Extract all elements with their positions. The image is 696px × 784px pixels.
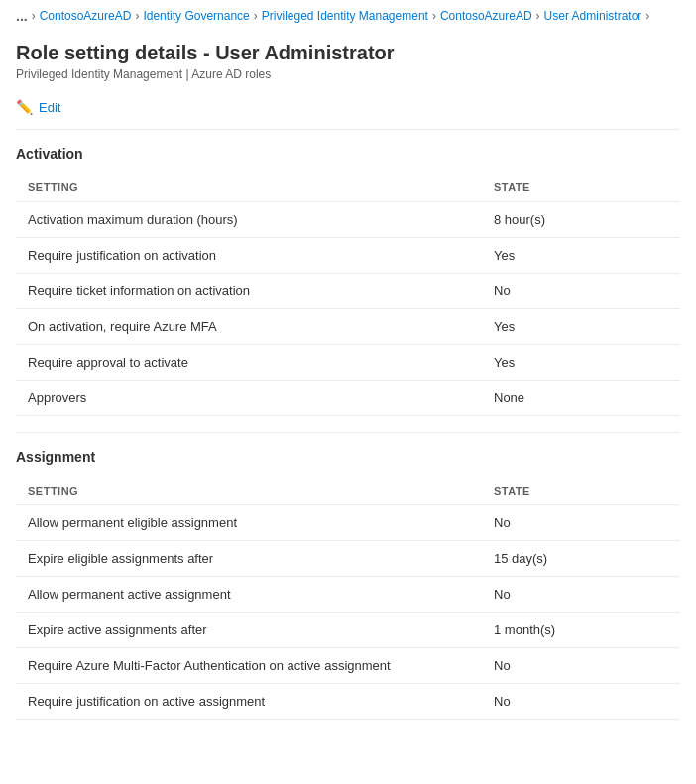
breadcrumb-item-pim[interactable]: Privileged Identity Management	[262, 9, 428, 23]
activation-state-2: No	[482, 274, 680, 309]
activation-col-state: STATE	[482, 173, 680, 202]
table-row: Require approval to activate Yes	[16, 345, 680, 381]
activation-setting-4: Require approval to activate	[16, 345, 482, 381]
edit-button[interactable]: ✏️ Edit	[16, 95, 60, 119]
activation-section: Activation SETTING STATE Activation maxi…	[0, 130, 696, 424]
breadcrumb-dots: ...	[16, 8, 28, 24]
breadcrumb-item-contoso[interactable]: ContosoAzureAD	[40, 9, 132, 23]
assignment-section: Assignment SETTING STATE Allow permanent…	[0, 433, 696, 728]
table-row: Approvers None	[16, 381, 680, 416]
assignment-table: SETTING STATE Allow permanent eligible a…	[16, 477, 680, 720]
activation-state-4: Yes	[482, 345, 680, 381]
table-row: Expire active assignments after 1 month(…	[16, 613, 680, 648]
breadcrumb-item-identity-governance[interactable]: Identity Governance	[143, 9, 249, 23]
assignment-col-state: STATE	[482, 477, 680, 505]
activation-table: SETTING STATE Activation maximum duratio…	[16, 173, 680, 416]
activation-setting-2: Require ticket information on activation	[16, 274, 482, 309]
assignment-setting-5: Require justification on active assignme…	[16, 684, 482, 720]
assignment-state-1: 15 day(s)	[482, 541, 680, 577]
table-row: Allow permanent eligible assignment No	[16, 505, 680, 541]
table-row: Require justification on active assignme…	[16, 684, 680, 720]
breadcrumb-item-user-admin[interactable]: User Administrator	[544, 9, 642, 23]
table-row: Require ticket information on activation…	[16, 274, 680, 309]
page-header: Role setting details - User Administrato…	[0, 32, 696, 85]
edit-icon: ✏️	[16, 99, 33, 115]
assignment-setting-3: Expire active assignments after	[16, 613, 482, 648]
table-row: Allow permanent active assignment No	[16, 577, 680, 613]
activation-col-setting: SETTING	[16, 173, 482, 202]
assignment-setting-2: Allow permanent active assignment	[16, 577, 482, 613]
table-row: Require Azure Multi-Factor Authenticatio…	[16, 648, 680, 684]
activation-state-5: None	[482, 381, 680, 416]
activation-setting-5: Approvers	[16, 381, 482, 416]
assignment-state-0: No	[482, 505, 680, 541]
activation-setting-0: Activation maximum duration (hours)	[16, 202, 482, 238]
page-subtitle: Privileged Identity Management | Azure A…	[16, 67, 680, 81]
assignment-setting-4: Require Azure Multi-Factor Authenticatio…	[16, 648, 482, 684]
activation-setting-3: On activation, require Azure MFA	[16, 309, 482, 345]
activation-title: Activation	[16, 146, 680, 162]
page-title: Role setting details - User Administrato…	[16, 40, 680, 65]
table-row: On activation, require Azure MFA Yes	[16, 309, 680, 345]
assignment-state-2: No	[482, 577, 680, 613]
table-row: Activation maximum duration (hours) 8 ho…	[16, 202, 680, 238]
assignment-setting-1: Expire eligible assignments after	[16, 541, 482, 577]
edit-label: Edit	[39, 100, 60, 115]
activation-state-0: 8 hour(s)	[482, 202, 680, 238]
assignment-title: Assignment	[16, 449, 680, 465]
assignment-setting-0: Allow permanent eligible assignment	[16, 505, 482, 541]
table-row: Expire eligible assignments after 15 day…	[16, 541, 680, 577]
assignment-state-3: 1 month(s)	[482, 613, 680, 648]
table-row: Require justification on activation Yes	[16, 238, 680, 274]
toolbar: ✏️ Edit	[0, 85, 696, 129]
breadcrumb: ... › ContosoAzureAD › Identity Governan…	[0, 0, 696, 32]
assignment-state-4: No	[482, 648, 680, 684]
breadcrumb-item-contoso2[interactable]: ContosoAzureAD	[440, 9, 532, 23]
activation-setting-1: Require justification on activation	[16, 238, 482, 274]
assignment-state-5: No	[482, 684, 680, 720]
activation-state-1: Yes	[482, 238, 680, 274]
assignment-col-setting: SETTING	[16, 477, 482, 505]
activation-state-3: Yes	[482, 309, 680, 345]
